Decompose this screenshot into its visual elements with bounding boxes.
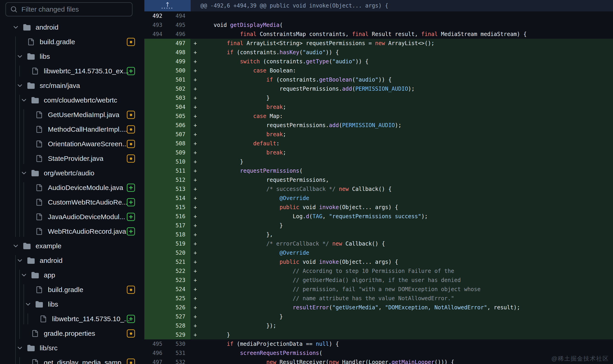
old-line-number[interactable] xyxy=(144,248,167,257)
new-line-number[interactable]: 511 xyxy=(167,166,191,175)
new-line-number[interactable]: 521 xyxy=(167,257,191,267)
new-line-number[interactable]: 508 xyxy=(167,139,191,148)
old-line-number[interactable] xyxy=(144,267,167,276)
new-line-number[interactable]: 496 xyxy=(167,30,191,39)
new-line-number[interactable]: 532 xyxy=(167,358,191,364)
chevron-down-icon[interactable] xyxy=(21,97,27,104)
old-line-number[interactable]: 497 xyxy=(144,358,167,364)
tree-folder-row[interactable]: android xyxy=(0,253,144,268)
old-line-number[interactable] xyxy=(144,184,167,194)
tree-file-row[interactable]: get_display_media_samp... xyxy=(0,355,144,364)
new-line-number[interactable]: 502 xyxy=(167,84,191,93)
old-line-number[interactable] xyxy=(144,221,167,230)
new-line-number[interactable]: 513 xyxy=(167,184,191,194)
old-line-number[interactable] xyxy=(144,148,167,157)
tree-file-row[interactable]: gradle.properties xyxy=(0,326,144,341)
old-line-number[interactable] xyxy=(144,230,167,239)
chevron-down-icon[interactable] xyxy=(12,243,19,249)
new-line-number[interactable]: 520 xyxy=(167,248,191,257)
tree-folder-row[interactable]: android xyxy=(0,20,144,35)
tree-folder-row[interactable]: libs xyxy=(0,49,144,64)
old-line-number[interactable] xyxy=(144,203,167,212)
chevron-down-icon[interactable] xyxy=(16,257,23,264)
chevron-down-icon[interactable] xyxy=(16,82,23,89)
new-line-number[interactable]: 527 xyxy=(167,312,191,321)
tree-file-row[interactable]: MethodCallHandlerImpl.... xyxy=(0,122,144,137)
old-line-number[interactable] xyxy=(144,48,167,57)
chevron-down-icon[interactable] xyxy=(25,301,31,308)
new-line-number[interactable]: 506 xyxy=(167,121,191,130)
tree-file-row[interactable]: JavaAudioDeviceModul... xyxy=(0,209,144,224)
tree-folder-row[interactable]: lib/src xyxy=(0,341,144,355)
old-line-number[interactable]: 494 xyxy=(144,30,167,39)
new-line-number[interactable]: 529 xyxy=(167,330,191,339)
new-line-number[interactable]: 507 xyxy=(167,130,191,139)
old-line-number[interactable] xyxy=(144,312,167,321)
old-line-number[interactable] xyxy=(144,57,167,66)
new-line-number[interactable]: 516 xyxy=(167,212,191,221)
new-line-number[interactable]: 517 xyxy=(167,221,191,230)
tree-file-row[interactable]: libwebrtc_114.5735.10_... xyxy=(0,312,144,326)
tree-file-row[interactable]: libwebrtc_114.5735.10_ex... xyxy=(0,64,144,78)
tree-file-row[interactable]: AudioDeviceModule.java xyxy=(0,180,144,195)
new-line-number[interactable]: 518 xyxy=(167,230,191,239)
tree-file-row[interactable]: build.gradle xyxy=(0,35,144,49)
new-line-number[interactable]: 525 xyxy=(167,294,191,303)
new-line-number[interactable]: 494 xyxy=(167,11,191,21)
chevron-down-icon[interactable] xyxy=(16,345,23,351)
old-line-number[interactable]: 496 xyxy=(144,349,167,358)
old-line-number[interactable] xyxy=(144,212,167,221)
new-line-number[interactable]: 524 xyxy=(167,285,191,294)
filter-files-box[interactable] xyxy=(5,2,133,16)
new-line-number[interactable]: 509 xyxy=(167,148,191,157)
filter-files-input[interactable] xyxy=(21,5,127,13)
old-line-number[interactable]: 495 xyxy=(144,339,167,349)
old-line-number[interactable] xyxy=(144,166,167,175)
new-line-number[interactable]: 526 xyxy=(167,303,191,312)
new-line-number[interactable]: 503 xyxy=(167,93,191,103)
new-line-number[interactable]: 500 xyxy=(167,66,191,75)
tree-folder-row[interactable]: app xyxy=(0,268,144,283)
chevron-down-icon[interactable] xyxy=(16,53,23,60)
chevron-down-icon[interactable] xyxy=(12,24,19,31)
old-line-number[interactable] xyxy=(144,294,167,303)
old-line-number[interactable] xyxy=(144,303,167,312)
tree-file-row[interactable]: WebRtcAudioRecord.java xyxy=(0,224,144,239)
new-line-number[interactable]: 510 xyxy=(167,157,191,166)
tree-file-row[interactable]: GetUserMediaImpl.java xyxy=(0,107,144,122)
old-line-number[interactable] xyxy=(144,194,167,203)
tree-folder-row[interactable]: libs xyxy=(0,297,144,312)
tree-folder-row[interactable]: com/cloudwebrtc/webrtc xyxy=(0,93,144,107)
old-line-number[interactable] xyxy=(144,157,167,166)
tree-folder-row[interactable]: org/webrtc/audio xyxy=(0,166,144,180)
old-line-number[interactable]: 493 xyxy=(144,21,167,30)
new-line-number[interactable]: 519 xyxy=(167,239,191,248)
old-line-number[interactable] xyxy=(144,75,167,84)
new-line-number[interactable]: 523 xyxy=(167,276,191,285)
chevron-down-icon[interactable] xyxy=(21,170,27,177)
old-line-number[interactable] xyxy=(144,175,167,184)
tree-file-row[interactable]: build.gradle xyxy=(0,283,144,297)
new-line-number[interactable]: 501 xyxy=(167,75,191,84)
new-line-number[interactable]: 528 xyxy=(167,321,191,330)
old-line-number[interactable] xyxy=(144,66,167,75)
tree-folder-row[interactable]: src/main/java xyxy=(0,78,144,93)
new-line-number[interactable]: 514 xyxy=(167,194,191,203)
old-line-number[interactable] xyxy=(144,39,167,48)
old-line-number[interactable] xyxy=(144,276,167,285)
old-line-number[interactable] xyxy=(144,84,167,93)
tree-file-row[interactable]: OrientationAwareScreen... xyxy=(0,137,144,151)
expand-up-button[interactable]: ↑ ••••• xyxy=(144,0,191,11)
new-line-number[interactable]: 530 xyxy=(167,339,191,349)
old-line-number[interactable] xyxy=(144,239,167,248)
new-line-number[interactable]: 495 xyxy=(167,21,191,30)
old-line-number[interactable] xyxy=(144,139,167,148)
old-line-number[interactable]: 492 xyxy=(144,11,167,21)
new-line-number[interactable]: 512 xyxy=(167,175,191,184)
old-line-number[interactable] xyxy=(144,112,167,121)
old-line-number[interactable] xyxy=(144,257,167,267)
new-line-number[interactable]: 498 xyxy=(167,48,191,57)
chevron-down-icon[interactable] xyxy=(21,272,27,279)
old-line-number[interactable] xyxy=(144,93,167,103)
old-line-number[interactable] xyxy=(144,330,167,339)
